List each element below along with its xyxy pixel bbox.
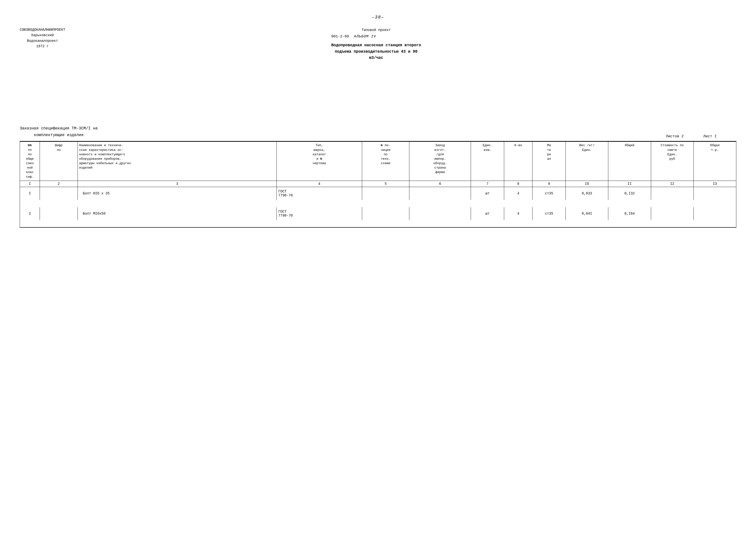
header-col11: Общий [608, 142, 651, 181]
row2-num: 2 [20, 207, 40, 220]
row2-pos [362, 207, 409, 220]
row2-cost-total [694, 207, 736, 220]
header-section: СОЮЗВОДОКАНАЛНИИПРОЕКТ Харьковский Водок… [20, 27, 736, 61]
org-line1: СОЮЗВОДОКАНАЛНИИПРОЕКТ [20, 27, 65, 32]
row2-cipher [40, 207, 78, 220]
colnum-13: I3 [694, 181, 736, 187]
header-col12: Стоимость по смете Един. руб [651, 142, 694, 181]
colnum-9: 9 [532, 181, 566, 187]
row1-factory [409, 187, 471, 200]
header-col7: Един. изм. [471, 142, 504, 181]
colnum-11: II [608, 181, 651, 187]
colnum-1: I [20, 181, 40, 187]
colnum-4: 4 [277, 181, 362, 187]
header-col10: Вес /кг/ Един. [566, 142, 608, 181]
col-numbers-row: I 2 3 4 5 6 7 8 9 IO II I2 I3 [20, 181, 736, 187]
spec-header: Заказная спецификация ТМ-3СМ/I на компле… [20, 125, 736, 139]
row1-qty: 4 [504, 187, 532, 200]
table-header-row: №№ пп по обще союз ной клас сиф. Шифр по… [20, 142, 736, 181]
header-col6: Завод изгот. /для импор. оборуд. страна … [409, 142, 471, 181]
spec-title: Заказная спецификация ТМ-3СМ/I на компле… [20, 125, 98, 139]
title-line1: Водопроводная насосная станция второго [331, 42, 421, 49]
header-col8: К-во [504, 142, 532, 181]
colnum-10: IO [566, 181, 608, 187]
row1-weight-unit: 0,033 [566, 187, 608, 200]
page-number: –38– [20, 15, 736, 20]
spacer [687, 27, 736, 61]
colnum-3: 3 [78, 181, 277, 187]
header-col9: Ма те ри ал [532, 142, 566, 181]
row1-cost-unit [651, 187, 694, 200]
header-col3: Наименование и техниче- ская характерист… [78, 142, 277, 181]
sheets-label: Листов 2 [666, 134, 683, 139]
row1-type: ГОСТ 7798-70 [277, 187, 362, 200]
spec-title-line1: Заказная спецификация ТМ-3СМ/I на [20, 125, 98, 132]
project-number: 901-2-60 [331, 33, 349, 40]
org-line4: 1972 г [20, 43, 65, 49]
project-block: Типовой проект 901-2-60 АЛЬБОМ IV Водопр… [331, 27, 421, 61]
header-col13: Общая т.р. [694, 142, 736, 181]
sheet-info: Листов 2 Лист I [666, 134, 717, 139]
colnum-5: 5 [362, 181, 409, 187]
table-row: 2 Болт МIОх50 ГОСТ 7798-70 шт 4 ст35 0,0… [20, 207, 736, 220]
row2-weight-unit: 0,04I [566, 207, 608, 220]
row2-factory [409, 207, 471, 220]
row1-cipher [40, 187, 78, 200]
bottom-spacer-cell [20, 220, 736, 228]
header-col1: №№ пп по обще союз ной клас сиф. [20, 142, 40, 181]
specification-table: №№ пп по обще союз ной клас сиф. Шифр по… [20, 141, 736, 228]
header-col2: Шифр по [40, 142, 78, 181]
header-col4: Тип, марка, каталог и № чертежа [277, 142, 362, 181]
row1-weight-total: 0,I32 [608, 187, 651, 200]
row2-material: ст35 [532, 207, 566, 220]
row1-material: ст35 [532, 187, 566, 200]
title-line3: м3/час [331, 55, 421, 61]
row2-unit: шт [471, 207, 504, 220]
row2-name: Болт МIОх50 [78, 207, 277, 220]
table-row: I Болт НIO х 35 ГОСТ 7798-70 шт 4 ст35 0… [20, 187, 736, 200]
row2-type: ГОСТ 7798-70 [277, 207, 362, 220]
row1-unit: шт [471, 187, 504, 200]
spec-title-line2: комплектующие изделия [20, 132, 98, 139]
colnum-7: 7 [471, 181, 504, 187]
row1-name: Болт НIO х 35 [78, 187, 277, 200]
main-table-container: №№ пп по обще союз ной клас сиф. Шифр по… [20, 141, 736, 228]
title-block: Водопроводная насосная станция второго п… [331, 42, 421, 61]
colnum-6: 6 [409, 181, 471, 187]
project-number-block: 901-2-60 АЛЬБОМ IV [331, 33, 421, 40]
row2-qty: 4 [504, 207, 532, 220]
sheet-label: Лист I [703, 134, 717, 139]
spacer-cell [20, 200, 736, 207]
title-line2: подъема производительностью 43 и 90 [331, 49, 421, 55]
row1-cost-total [694, 187, 736, 200]
org-line3: Водоканалпроект [20, 38, 65, 43]
colnum-12: I2 [651, 181, 694, 187]
colnum-2: 2 [40, 181, 78, 187]
spacer-row [20, 200, 736, 207]
row2-cost-unit [651, 207, 694, 220]
row1-pos [362, 187, 409, 200]
project-label: Типовой проект [331, 27, 421, 33]
bottom-spacer-row [20, 220, 736, 228]
org-block: СОЮЗВОДОКАНАЛНИИПРОЕКТ Харьковский Водок… [20, 27, 65, 61]
org-line2: Харьковский [20, 32, 65, 38]
row2-weight-total: 0,I64 [608, 207, 651, 220]
colnum-8: 8 [504, 181, 532, 187]
album-label: АЛЬБОМ IV [354, 33, 376, 40]
row1-num: I [20, 187, 40, 200]
header-col5: № по- зиции по техн. схеме [362, 142, 409, 181]
